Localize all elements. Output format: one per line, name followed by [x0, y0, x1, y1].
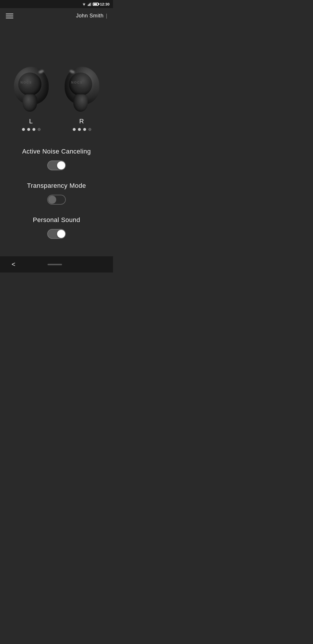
- right-dot-4: [88, 128, 91, 131]
- svg-rect-3: [90, 3, 90, 6]
- status-time: 12:30: [100, 2, 110, 6]
- status-bar: 12:30: [0, 0, 113, 8]
- earbuds-display: nocs nocs: [0, 22, 113, 112]
- channel-section: L R: [0, 112, 113, 133]
- left-dot-1: [22, 128, 25, 131]
- left-dot-4: [38, 128, 41, 131]
- bottom-nav: <: [0, 256, 113, 273]
- anc-setting: Active Noise Canceling: [6, 142, 107, 176]
- anc-toggle-knob: [57, 161, 65, 169]
- right-channel-label: R: [79, 118, 85, 125]
- right-earbud-stem: [73, 94, 88, 112]
- user-section: John Smith |: [76, 13, 107, 19]
- svg-rect-4: [91, 2, 91, 6]
- right-battery-dots: [73, 128, 91, 131]
- signal-icon: [88, 2, 91, 6]
- anc-toggle[interactable]: [47, 160, 66, 170]
- right-nocs-label: nocs: [71, 81, 83, 84]
- hamburger-menu-button[interactable]: [6, 14, 13, 18]
- settings-section: Active Noise Canceling Transparency Mode…: [0, 133, 113, 248]
- status-icons: 12:30: [82, 2, 110, 6]
- left-channel-info: L: [22, 118, 41, 131]
- right-earbud-driver: [69, 73, 92, 96]
- svg-rect-2: [89, 4, 89, 6]
- top-nav: John Smith |: [0, 8, 113, 22]
- anc-label: Active Noise Canceling: [22, 148, 91, 155]
- right-dot-2: [78, 128, 81, 131]
- back-button[interactable]: <: [12, 261, 15, 268]
- left-dot-2: [27, 128, 30, 131]
- left-earbud: nocs: [12, 67, 50, 112]
- left-earbud-driver: [18, 73, 41, 96]
- battery-icon: [93, 3, 99, 6]
- transparency-toggle-knob: [48, 196, 56, 204]
- personal-sound-toggle[interactable]: [47, 229, 66, 239]
- left-nocs-label: nocs: [21, 81, 32, 84]
- right-channel-info: R: [73, 118, 91, 131]
- home-pill[interactable]: [48, 264, 62, 265]
- hamburger-line-1: [6, 14, 13, 14]
- right-dot-3: [83, 128, 86, 131]
- personal-sound-setting: Personal Sound: [6, 210, 107, 245]
- left-dot-3: [32, 128, 35, 131]
- transparency-toggle[interactable]: [47, 195, 66, 205]
- right-earbud-visual: nocs: [63, 67, 101, 112]
- hamburger-line-2: [6, 16, 13, 16]
- left-earbud-visual: nocs: [12, 67, 50, 112]
- transparency-label: Transparency Mode: [27, 182, 86, 190]
- left-battery-dots: [22, 128, 41, 131]
- transparency-setting: Transparency Mode: [6, 176, 107, 210]
- personal-sound-toggle-knob: [57, 230, 65, 238]
- wifi-icon: [82, 2, 86, 6]
- personal-sound-label: Personal Sound: [33, 216, 80, 224]
- user-name[interactable]: John Smith: [76, 13, 103, 19]
- user-divider: |: [106, 13, 107, 19]
- left-earbud-stem: [23, 94, 37, 112]
- svg-point-0: [84, 5, 84, 6]
- right-earbud: nocs: [63, 67, 101, 112]
- svg-rect-1: [88, 5, 88, 6]
- right-dot-1: [73, 128, 76, 131]
- left-channel-label: L: [29, 118, 33, 125]
- hamburger-line-3: [6, 18, 13, 18]
